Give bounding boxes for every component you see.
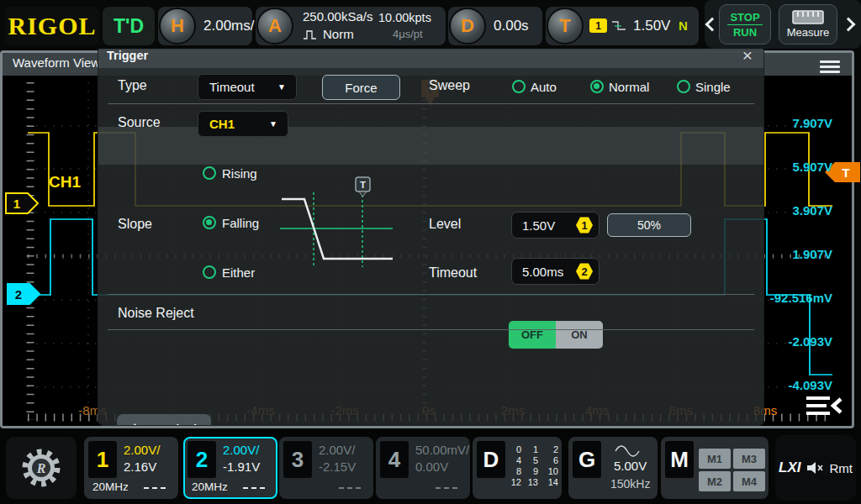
channel-scale: 2.00V/ [124, 443, 160, 457]
trigger-status-indicator: T'D [103, 7, 155, 45]
sweep-single-radio[interactable] [677, 80, 690, 93]
timeout-input[interactable]: 5.00ms 2 [511, 258, 600, 285]
timeout-trigger-icon [610, 19, 627, 33]
channel-offset: 2.16V [124, 459, 156, 474]
slope-falling-label[interactable]: Falling [222, 216, 259, 230]
chevron-down-icon: ▼ [277, 82, 286, 92]
trigger-level-value: 1.50V [633, 18, 670, 34]
slope-either-radio[interactable] [203, 265, 216, 279]
close-icon[interactable]: × [738, 46, 757, 66]
slope-rising-radio[interactable] [203, 166, 216, 180]
level-input[interactable]: 1.50V 1 [511, 212, 600, 239]
coupling-dashes-icon [339, 487, 361, 489]
knob-1-badge: 1 [576, 217, 593, 234]
delay-value: 0.00s [494, 18, 529, 34]
horizontal-knob-button[interactable]: H [159, 8, 196, 45]
acquire-mode: Norm [323, 27, 354, 41]
channel-bandwidth: 20MHz [192, 480, 228, 493]
divider [108, 294, 754, 295]
slope-falling-radio[interactable] [203, 216, 216, 229]
math-m1-button[interactable]: M1 [699, 449, 731, 469]
timeout-slope-diagram: T [275, 173, 405, 270]
divider [727, 24, 763, 25]
rigol-gear-logo[interactable]: R [6, 437, 77, 499]
svg-text:R: R [36, 461, 46, 475]
channel-1-card[interactable]: 1 2.00V/ 2.16V 20MHz [84, 437, 178, 499]
coupling-dashes-icon [243, 487, 265, 489]
math-letter: M [665, 441, 694, 478]
measure-button[interactable]: Measure [779, 4, 837, 45]
coupling-dashes-icon [144, 487, 166, 489]
speaker-muted-icon[interactable] [806, 461, 823, 475]
channel-4-card[interactable]: 4 50.00mV/ 0.00V [376, 437, 470, 499]
chevron-down-icon: ▼ [269, 119, 277, 129]
level-label: Level [429, 217, 461, 232]
digital-channels-card[interactable]: D 0123 4567 891011 12131415 [473, 437, 562, 499]
slope-label: Slope [118, 217, 152, 232]
channel-bandwidth: 20MHz [92, 480, 129, 493]
generator-card[interactable]: G 5.00V 150kHz [568, 437, 658, 499]
noise-reject-on[interactable]: ON [556, 321, 603, 349]
noise-reject-label: Noise Reject [118, 306, 194, 321]
math-m3-button[interactable]: M3 [733, 449, 765, 469]
trigger-knob-button[interactable]: T [547, 8, 584, 45]
math-card[interactable]: M M1 M3 M2 M4 [661, 437, 769, 499]
slope-rising-label[interactable]: Rising [222, 166, 257, 181]
math-m4-button[interactable]: M4 [733, 471, 765, 491]
channel-number: 3 [283, 441, 312, 478]
type-label: Type [118, 78, 147, 93]
digital-letter: D [477, 441, 505, 478]
channel-2-card[interactable]: 2 2.00V/ -1.91V 20MHz [183, 437, 277, 499]
trigger-source-badge: 1 [589, 18, 607, 33]
math-m2-button[interactable]: M2 [699, 471, 731, 491]
divider [108, 329, 754, 330]
sweep-single-label[interactable]: Single [695, 80, 731, 94]
generator-letter: G [573, 441, 601, 478]
source-label: Source [118, 115, 161, 130]
force-button[interactable]: Force [322, 75, 400, 100]
coupling-dashes-icon [436, 487, 457, 489]
lxi-indicator: LXI [779, 459, 800, 476]
horizontal-scale: 2.00ms/ [203, 18, 254, 34]
channel-number: 2 [188, 441, 216, 478]
trigger-dialog-titlebar[interactable]: Trigger × [98, 46, 763, 68]
acquire-mode-icon [303, 29, 318, 40]
acquire-knob-button[interactable]: A [256, 8, 293, 45]
ruler-icon [792, 10, 824, 24]
waveform-view-title: Waveform View [13, 55, 100, 70]
memory-depth: 10.00kpts [378, 11, 431, 24]
sweep-auto-label[interactable]: Auto [531, 80, 557, 94]
sweep-normal-label[interactable]: Normal [609, 80, 649, 94]
trigger-source-dropdown[interactable]: CH1 ▼ [198, 111, 288, 137]
bottom-channel-bar: R 1 2.00V/ 2.16V 20MHz 2 2.00V/ -1.91V 2… [0, 430, 861, 504]
channel-3-card[interactable]: 3 2.00V/ -2.15V [279, 437, 373, 499]
remote-indicator: Rmt [829, 461, 853, 475]
channel-scale: 50.00mV/ [415, 443, 469, 457]
trigger-dialog: Type Timeout ▼ Force Sweep Auto Normal S… [98, 46, 763, 425]
generator-frequency: 150kHz [610, 477, 650, 491]
level-50pct-button[interactable]: 50% [607, 213, 691, 237]
sine-wave-icon [614, 444, 642, 457]
channel-scale: 2.00V/ [223, 443, 259, 457]
stop-run-button[interactable]: STOP RUN [719, 4, 771, 45]
time-resolution: 4μs/pt [393, 28, 423, 40]
vertical-menu-button[interactable]: Vertical [117, 414, 211, 425]
channel-number: 4 [380, 441, 409, 478]
svg-text:T: T [360, 180, 366, 190]
noise-reject-off[interactable]: OFF [509, 321, 556, 349]
channel-number: 1 [88, 441, 117, 478]
channel-offset: 0.00V [415, 459, 448, 474]
noise-reject-toggle[interactable]: OFF ON [509, 321, 603, 349]
slope-either-label[interactable]: Either [222, 265, 255, 280]
dialog-title: Trigger [107, 49, 148, 62]
delay-knob-button[interactable]: D [449, 8, 486, 45]
status-tile: LXI Rmt [775, 435, 856, 501]
hamburger-menu-icon[interactable] [820, 58, 840, 76]
channel-scale: 2.00V/ [319, 443, 355, 457]
trigger-type-dropdown[interactable]: Timeout ▼ [198, 74, 297, 100]
trigger-sweep-flag: N [679, 18, 688, 33]
sweep-normal-radio[interactable] [590, 80, 604, 93]
knob-2-badge: 2 [576, 263, 593, 280]
sweep-auto-radio[interactable] [512, 80, 526, 93]
channel-offset: -2.15V [319, 459, 356, 474]
